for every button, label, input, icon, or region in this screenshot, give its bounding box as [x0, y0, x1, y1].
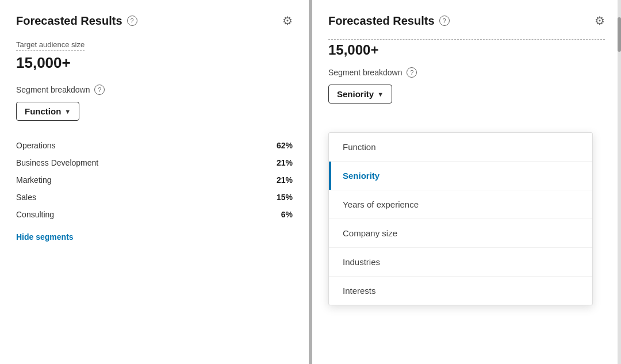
segment-pct: 21% — [277, 175, 293, 185]
segment-name: Consulting — [16, 210, 54, 219]
list-item[interactable]: Industries — [329, 248, 592, 277]
table-row: Sales15% — [16, 189, 293, 206]
left-help-icon[interactable]: ? — [127, 16, 137, 26]
right-panel-title: Forecasted Results — [328, 14, 435, 28]
function-dropdown-button[interactable]: Function ▼ — [16, 102, 79, 121]
right-segment-breakdown-label: Segment breakdown — [328, 68, 402, 77]
segment-name: Operations — [16, 141, 55, 150]
dropdown-arrow-icon: ▼ — [64, 108, 71, 115]
left-panel: Forecasted Results ? ⚙ Target audience s… — [0, 0, 309, 364]
table-row: Consulting6% — [16, 206, 293, 223]
right-segment-label-row: Segment breakdown ? — [328, 67, 605, 78]
segment-help-icon[interactable]: ? — [94, 85, 105, 95]
audience-label: Target audience size — [16, 40, 85, 51]
list-item[interactable]: Seniority — [329, 162, 592, 190]
left-panel-header: Forecasted Results ? ⚙ — [16, 14, 293, 28]
scrollbar-thumb — [618, 17, 621, 52]
segment-list: Operations62%Business Development21%Mark… — [16, 137, 293, 223]
right-gear-icon[interactable]: ⚙ — [595, 14, 605, 28]
segment-pct: 21% — [277, 158, 293, 167]
segment-breakdown-label: Segment breakdown — [16, 85, 90, 94]
right-title-row: Forecasted Results ? — [328, 14, 450, 28]
right-dropdown-arrow-icon: ▼ — [377, 91, 384, 98]
segment-name: Sales — [16, 193, 36, 202]
list-item[interactable]: Interests — [329, 277, 592, 305]
right-panel: Forecasted Results ? ⚙ 15,000+ Segment b… — [312, 0, 621, 364]
list-item[interactable]: Company size — [329, 219, 592, 248]
segment-pct: 15% — [277, 193, 293, 202]
right-panel-header: Forecasted Results ? ⚙ — [328, 14, 605, 28]
seniority-dropdown-button[interactable]: Seniority ▼ — [328, 85, 392, 104]
segment-pct: 62% — [277, 141, 293, 150]
left-title-row: Forecasted Results ? — [16, 14, 137, 28]
right-help-icon[interactable]: ? — [439, 16, 450, 26]
left-panel-title: Forecasted Results — [16, 14, 122, 28]
segment-name: Marketing — [16, 175, 51, 185]
audience-size: 15,000+ — [16, 54, 293, 72]
left-gear-icon[interactable]: ⚙ — [282, 14, 293, 28]
right-dropdown-selected-label: Seniority — [337, 89, 374, 99]
table-row: Marketing21% — [16, 171, 293, 189]
list-item[interactable]: Years of experience — [329, 190, 592, 219]
segment-label-row: Segment breakdown ? — [16, 85, 293, 95]
segment-pct: 6% — [281, 210, 293, 219]
right-audience-size: 15,000+ — [328, 39, 605, 58]
scrollbar[interactable] — [618, 0, 621, 364]
table-row: Business Development21% — [16, 154, 293, 171]
list-item[interactable]: Function — [329, 133, 592, 162]
hide-segments-link[interactable]: Hide segments — [16, 232, 74, 242]
segment-dropdown-menu: FunctionSeniorityYears of experienceComp… — [328, 132, 593, 305]
dropdown-selected-label: Function — [25, 106, 61, 116]
table-row: Operations62% — [16, 137, 293, 154]
segment-name: Business Development — [16, 158, 98, 167]
right-segment-help-icon[interactable]: ? — [407, 67, 417, 78]
